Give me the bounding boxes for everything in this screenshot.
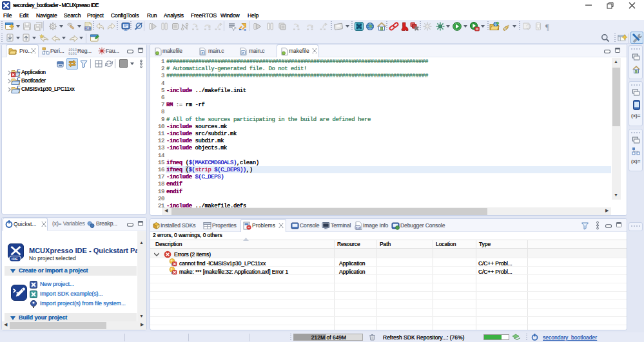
svg-text:C: C [17, 68, 21, 74]
svg-text:c: c [202, 51, 204, 55]
svg-text:¶: ¶ [545, 22, 549, 32]
svg-text:0101: 0101 [68, 52, 77, 55]
svg-text:010: 010 [85, 27, 91, 31]
svg-text:c: c [242, 51, 244, 55]
svg-text:C: C [17, 85, 21, 91]
svg-text:C: C [17, 77, 21, 82]
svg-text:010: 010 [356, 227, 361, 229]
svg-text:IDE: IDE [12, 257, 18, 261]
